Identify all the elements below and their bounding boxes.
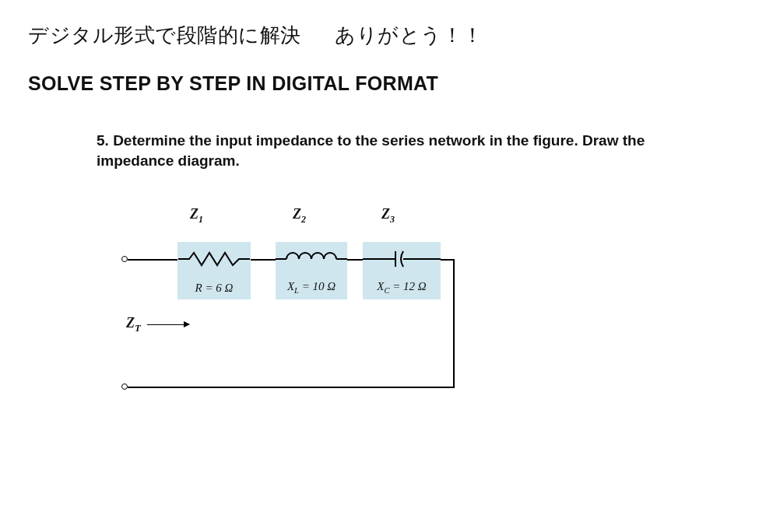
jp-header: デジタル形式で段階的に解決 ありがとう！！ xyxy=(28,22,731,49)
jp-left: デジタル形式で段階的に解決 xyxy=(28,23,301,47)
terminal-top xyxy=(121,256,128,262)
capacitor-block: XC = 12 Ω xyxy=(363,242,441,299)
inductor-value: XL = 10 Ω xyxy=(276,280,347,295)
label-z1: Z1 xyxy=(190,206,203,226)
problem-block: 5. Determine the input impedance to the … xyxy=(28,131,666,408)
inductor-icon xyxy=(276,250,347,268)
label-z3: Z3 xyxy=(381,206,395,226)
zt-symbol: ZT xyxy=(126,315,141,334)
terminal-bottom xyxy=(121,383,128,390)
wire xyxy=(453,259,455,388)
problem-text: 5. Determine the input impedance to the … xyxy=(97,131,666,170)
problem-number: 5. xyxy=(97,132,109,149)
zt-arrow-label: ZT xyxy=(126,315,189,334)
wire xyxy=(251,259,276,261)
wire xyxy=(128,259,177,261)
resistor-value: R = 6 Ω xyxy=(177,282,251,295)
capacitor-value: XC = 12 Ω xyxy=(363,280,441,295)
wire xyxy=(128,387,455,388)
circuit-diagram: Z1 Z2 Z3 R = 6 Ω xyxy=(104,206,470,408)
problem-statement: Determine the input impedance to the ser… xyxy=(97,132,645,169)
inductor-block: XL = 10 Ω xyxy=(276,242,347,299)
z-labels-row: Z1 Z2 Z3 xyxy=(190,206,447,223)
wire xyxy=(347,259,363,261)
resistor-block: R = 6 Ω xyxy=(177,242,251,299)
capacitor-icon xyxy=(363,250,441,268)
jp-right: ありがとう！！ xyxy=(335,23,483,47)
resistor-icon xyxy=(177,250,251,268)
arrow-right-icon xyxy=(147,324,189,326)
label-z2: Z2 xyxy=(293,206,306,226)
en-header: SOLVE STEP BY STEP IN DIGITAL FORMAT xyxy=(28,72,731,95)
